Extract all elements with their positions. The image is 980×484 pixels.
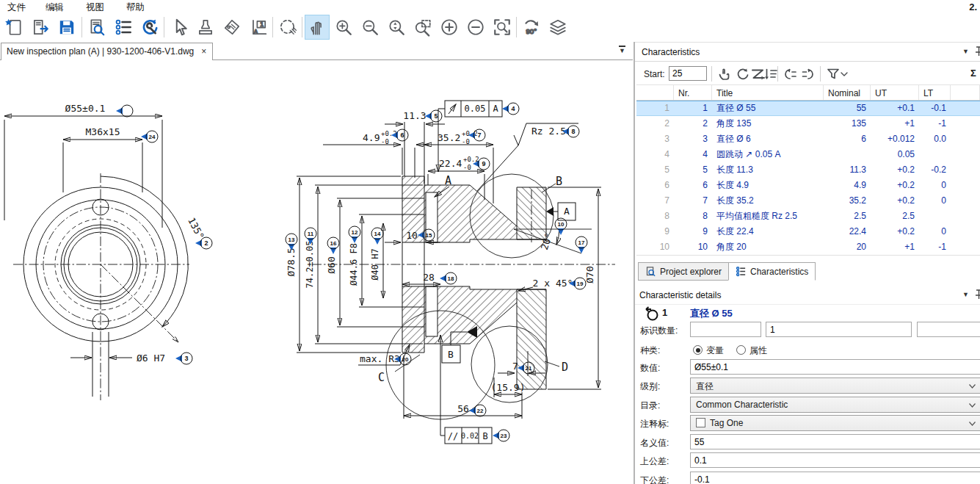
table-row[interactable]: 66长度 4.94.9+0.20 — [636, 178, 980, 193]
panel-menu-chevron-icon[interactable]: ▼ — [962, 48, 969, 55]
dim-11-3[interactable]: 11.3 — [403, 110, 426, 121]
point-select-button[interactable] — [715, 65, 733, 83]
dim-d78-5[interactable]: Ø78.5 — [286, 248, 297, 276]
start-input[interactable] — [669, 66, 707, 81]
dim-28[interactable]: 28 — [423, 272, 435, 283]
pin-icon[interactable] — [975, 46, 980, 57]
dim-d6[interactable]: Ø6 H7 — [137, 353, 165, 364]
col-lt[interactable]: LT — [919, 85, 951, 100]
rotate-90-button[interactable]: 90° — [519, 15, 544, 40]
tags-select[interactable]: Tag One — [690, 415, 980, 431]
col-nr[interactable]: Nr. — [674, 85, 712, 100]
balloon-14[interactable]: 14 — [371, 228, 383, 245]
freehand-region-tool-button[interactable] — [275, 15, 300, 40]
zoom-in-button[interactable] — [331, 15, 356, 40]
upper-tolerance-input[interactable] — [690, 452, 980, 468]
balloon-23[interactable]: 23 — [493, 430, 509, 441]
table-row[interactable]: 22角度 135135+1-1 — [636, 116, 980, 131]
select-cursor-button[interactable] — [167, 15, 192, 40]
qty-input-1[interactable] — [690, 322, 761, 337]
balloon-22[interactable]: 22 — [469, 405, 486, 416]
details-menu-chevron-icon[interactable]: ▼ — [962, 291, 969, 298]
balloon-24[interactable]: 24 — [141, 131, 158, 142]
catalog-select[interactable]: Common Characteristic — [690, 397, 980, 413]
table-row[interactable]: 99长度 22.422.4+0.20 — [636, 224, 980, 239]
insert-before-button[interactable] — [780, 65, 799, 83]
nominal-input[interactable] — [690, 434, 980, 449]
new-inspection-plan-button[interactable] — [1, 15, 26, 40]
table-row[interactable]: 77长度 35.235.2+0.20 — [636, 193, 980, 209]
tag-checkbox[interactable] — [696, 418, 705, 427]
radio-variable[interactable]: 变量 — [693, 344, 724, 357]
decrease-button[interactable] — [463, 15, 488, 40]
dim-15-9[interactable]: (15.9) — [491, 382, 526, 393]
tab-list-chevron-icon[interactable]: ▼ — [619, 46, 625, 54]
balloon-17[interactable]: 17 — [576, 236, 587, 253]
qty-input-2[interactable] — [766, 322, 912, 337]
dim-35-2[interactable]: 35.2 — [438, 132, 460, 143]
radio-attribute[interactable]: 属性 — [736, 344, 767, 357]
zoom-fit-button[interactable] — [490, 15, 515, 40]
balloon-3[interactable]: 3 — [175, 353, 192, 364]
table-header[interactable]: Nr. Title Nominal UT LT — [636, 84, 980, 101]
details-pin-icon[interactable] — [975, 289, 980, 300]
qty-input-3[interactable] — [917, 322, 980, 337]
balloon-18[interactable]: 18 — [440, 272, 457, 284]
dim-rz[interactable]: Rz 2.5 — [531, 126, 566, 137]
characteristics-list-button[interactable] — [111, 15, 136, 40]
dim-56[interactable]: 56 — [457, 403, 469, 414]
tab-project-explorer[interactable]: Project explorer — [638, 262, 729, 281]
balloon-4[interactable]: 4 — [502, 103, 519, 115]
dim-4-9[interactable]: 4.9 — [363, 132, 380, 143]
table-row[interactable]: 1010角度 2020+1-1 — [636, 239, 980, 255]
fcf-runout-value[interactable]: 0.05 — [465, 104, 486, 114]
open-document-button[interactable] — [28, 15, 53, 40]
drawing-canvas[interactable]: Ø55±0.1 M36x15 135° Ø6 H7 — [0, 60, 633, 484]
sum-symbol[interactable]: Σ — [970, 68, 976, 79]
table-row[interactable]: 33直径 Ø 66+0.0120.0 — [636, 131, 980, 147]
dim-d40[interactable]: Ø40 H7 — [370, 248, 380, 280]
filter-button[interactable] — [824, 65, 849, 83]
dim-d60[interactable]: Ø60 — [326, 256, 337, 273]
level-select[interactable]: 直径 — [690, 378, 980, 394]
dim-74-2[interactable]: 74.2±0.05 — [305, 240, 315, 288]
balloon-16[interactable]: 16 — [327, 237, 339, 254]
fcf-runout-datum[interactable]: A — [493, 104, 498, 114]
table-row[interactable]: 55长度 11.311.3+0.2-0.2 — [636, 162, 980, 178]
radio-attribute-icon[interactable] — [736, 345, 746, 355]
dim-10[interactable]: 10 — [406, 230, 418, 241]
dim-7[interactable]: 7 — [512, 361, 518, 372]
zoom-out-button[interactable] — [357, 15, 382, 40]
balloon-12[interactable]: 12 — [349, 226, 360, 243]
fcf-parallel-datum[interactable]: B — [482, 431, 487, 441]
tag-tool-button[interactable] — [219, 15, 244, 40]
document-tab[interactable]: New inspection plan (A) | 930-1200-406-V… — [1, 43, 213, 60]
tab-close-icon[interactable]: × — [201, 46, 206, 57]
dim-chamfer[interactable]: 2 x 45° — [533, 278, 573, 289]
zoom-selection-button[interactable] — [384, 15, 409, 40]
radio-variable-icon[interactable] — [693, 345, 703, 355]
fcf-parallel-value[interactable]: 0.02 — [461, 432, 479, 440]
stamp-tool-button[interactable] — [193, 15, 218, 40]
increase-button[interactable] — [437, 15, 462, 40]
balloon-1[interactable]: 1 — [116, 105, 133, 117]
balloon-5[interactable]: 5 — [425, 110, 442, 122]
dim-135[interactable]: 135° — [186, 216, 206, 242]
layers-button[interactable] — [545, 15, 570, 40]
table-row[interactable]: 44圆跳动 ↗ 0.05 A0.05 — [636, 147, 980, 162]
dim-d55[interactable]: Ø55±0.1 — [65, 103, 106, 114]
col-ut[interactable]: UT — [871, 85, 919, 100]
col-nominal[interactable]: Nominal — [824, 85, 871, 100]
dim-d70[interactable]: Ø70 — [584, 266, 595, 283]
value-input[interactable] — [690, 359, 980, 375]
lower-tolerance-input[interactable] — [690, 472, 980, 484]
zoom-window-button[interactable] — [410, 15, 435, 40]
corner-dimension-tool-button[interactable]: 1A — [246, 15, 271, 40]
find-in-document-button[interactable] — [84, 15, 109, 40]
insert-after-button[interactable] — [800, 65, 819, 83]
plan-settings-button[interactable] — [137, 15, 162, 40]
dim-r3[interactable]: max. R3 — [360, 353, 400, 364]
table-row[interactable]: 11直径 Ø 5555+0.1-0.1 — [636, 101, 980, 116]
table-row[interactable]: 88平均值粗糙度 Rz 2.52.52.5 — [636, 209, 980, 224]
dim-22-4[interactable]: 22.4 — [439, 158, 462, 169]
